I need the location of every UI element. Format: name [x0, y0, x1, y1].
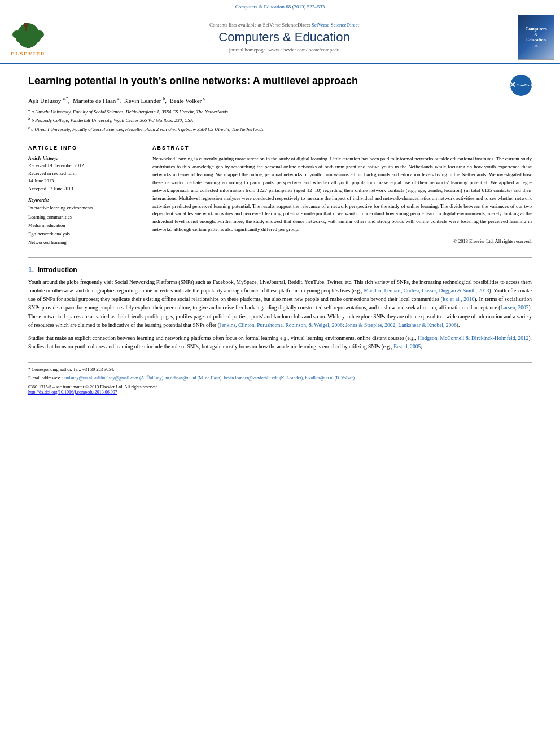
- keyword-5: Networked learning: [28, 238, 132, 247]
- journal-cover: Computers&Education 68: [518, 15, 554, 60]
- keywords-group: Keywords: Interactive learning environme…: [28, 197, 132, 247]
- title-row: Learning potential in youth's online net…: [28, 75, 532, 96]
- revised-date: 14 June 2013: [28, 177, 132, 185]
- jenkins-ref[interactable]: Jenkins, Clinton, Purushotma, Robinson, …: [220, 322, 343, 328]
- affiliation-c: c c Utrecht University, Faculty of Socia…: [28, 125, 532, 133]
- abstract-label: ABSTRACT: [152, 145, 532, 151]
- journal-top-bar: Computers & Education 68 (2013) 522–533: [0, 0, 560, 11]
- elsevier-logo: ELSEVIER: [6, 19, 51, 56]
- madden-ref[interactable]: Madden, Lenhart, Cortesi, Gasser, Duggan…: [364, 288, 489, 294]
- journal-cover-image: Computers&Education 68: [518, 15, 554, 60]
- journal-header: ELSEVIER Contents lists available at Sci…: [0, 11, 560, 64]
- affiliation-a: a a Utrecht University, Faculty of Socia…: [28, 107, 532, 116]
- intro-heading-text: Introduction: [38, 266, 77, 274]
- author-mariette: Mariëtte de Haan a: [73, 97, 120, 104]
- keyword-1: Interactive learning environments: [28, 204, 132, 212]
- issn-line: 0360-1315/$ – see front matter © 2013 El…: [28, 385, 532, 390]
- article-info-label: ARTICLE INFO: [28, 145, 132, 151]
- footnote-area: * Corresponding author. Tel.: +31 30 253…: [28, 362, 532, 395]
- larsen-ref[interactable]: Larsen, 2007: [501, 305, 529, 311]
- keyword-2: Learning communities: [28, 213, 132, 221]
- hodgson-ref[interactable]: Hodgson, McConnell & Dirckinck-Holmfeld,…: [418, 335, 528, 341]
- sciverse-link[interactable]: SciVerse ScienceDirect: [312, 22, 359, 28]
- authors-line: Aşlı Ünlüsoy a,*, Mariëtte de Haan a, Ke…: [28, 96, 532, 104]
- svg-point-4: [12, 30, 21, 38]
- sciverse-line: Contents lists available at SciVerse Sci…: [56, 22, 512, 28]
- svg-point-5: [35, 30, 44, 38]
- crossmark-badge: ✕ CrossMark: [510, 75, 532, 96]
- copyright-line: © 2013 Elsevier Ltd. All rights reserved…: [152, 238, 532, 244]
- corresponding-author-note: * Corresponding author. Tel.: +31 30 253…: [28, 366, 532, 374]
- doi-link[interactable]: http://dx.doi.org/10.1016/j.compedu.2013…: [28, 390, 117, 395]
- ito-ref[interactable]: Ito et al., 2010: [443, 296, 475, 302]
- svg-point-7: [24, 23, 28, 27]
- revised-label: Received in revised form: [28, 170, 132, 178]
- keyword-3: Media in education: [28, 221, 132, 230]
- section-divider-1: [28, 139, 532, 139]
- author-beate: Beate Volker c: [170, 97, 205, 104]
- main-content: Learning potential in youth's online net…: [0, 64, 560, 406]
- keyword-4: Ego-network analysis: [28, 230, 132, 238]
- author-kevin: Kevin Leander b: [124, 97, 165, 104]
- doi-line: http://dx.doi.org/10.1016/j.compedu.2013…: [28, 390, 532, 395]
- history-label: Article history:: [28, 155, 132, 161]
- intro-paragraph-2: Studies that make an explicit connection…: [28, 334, 532, 351]
- article-info-col: ARTICLE INFO Article history: Received 1…: [28, 145, 141, 252]
- intro-number: 1.: [28, 266, 34, 274]
- erstad-ref[interactable]: Erstad, 2005: [393, 344, 421, 350]
- jones-steeples-ref[interactable]: Jones & Steeples, 2002: [345, 322, 396, 328]
- crossmark-icon: ✕ CrossMark: [510, 75, 532, 96]
- journal-title: Computers & Education: [56, 30, 512, 45]
- abstract-col: ABSTRACT Networked learning is currently…: [152, 145, 532, 252]
- svg-rect-6: [25, 27, 27, 31]
- email-addresses[interactable]: a.unlsuoy@uu.nl, asliünlüsoy@gmail.com (…: [62, 375, 356, 381]
- affiliation-b: b b Peabody College, Vanderbilt Universi…: [28, 116, 532, 124]
- introduction-heading: 1. Introduction: [28, 266, 532, 274]
- elsevier-label: ELSEVIER: [11, 51, 46, 56]
- email-label: E-mail addresses:: [28, 375, 60, 381]
- email-line: E-mail addresses: a.unlsuoy@uu.nl, asliü…: [28, 375, 532, 382]
- accepted-date: Accepted 17 June 2013: [28, 185, 132, 193]
- received-date: Received 19 December 2012: [28, 162, 132, 170]
- section-divider-2: [28, 257, 532, 258]
- intro-paragraph-1: Youth around the globe frequently visit …: [28, 278, 532, 330]
- abstract-text: Networked learning is currently gaining …: [152, 155, 532, 234]
- lankshear-ref[interactable]: Lankshear & Knobel, 2006: [398, 322, 456, 328]
- journal-center-info: Contents lists available at SciVerse Sci…: [56, 22, 512, 53]
- article-history: Article history: Received 19 December 20…: [28, 155, 132, 193]
- article-title: Learning potential in youth's online net…: [28, 75, 358, 88]
- author-asli: Aşlı Ünlüsoy a,*: [28, 97, 68, 104]
- affiliations: a a Utrecht University, Faculty of Socia…: [28, 107, 532, 133]
- keywords-label: Keywords:: [28, 197, 132, 203]
- journal-homepage: journal homepage: www.elsevier.com/locat…: [56, 47, 512, 53]
- journal-ref: Computers & Education 68 (2013) 522–533: [235, 4, 325, 10]
- elsevier-tree-icon: [11, 19, 45, 50]
- info-abstract-section: ARTICLE INFO Article history: Received 1…: [28, 145, 532, 252]
